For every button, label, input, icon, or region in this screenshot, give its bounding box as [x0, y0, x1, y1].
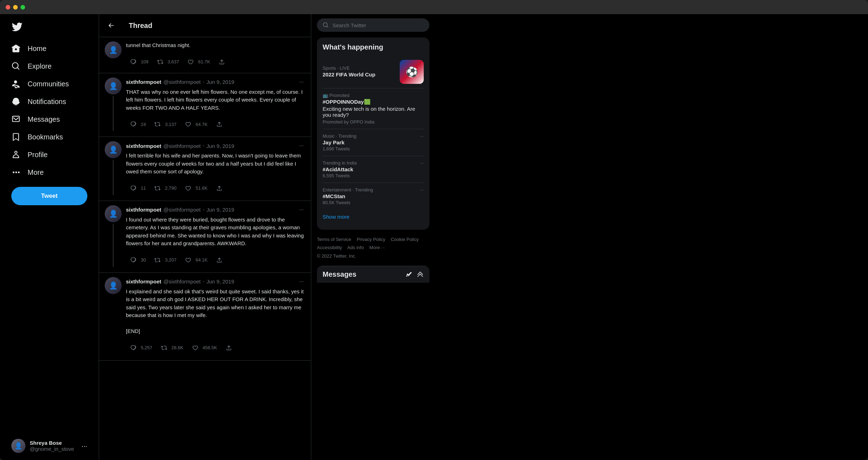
close-button[interactable]: [6, 5, 10, 10]
sidebar-item-communities[interactable]: Communities: [6, 75, 93, 93]
tweet-date: Jun 9, 2019: [207, 278, 234, 284]
sidebar-item-label-explore: Explore: [28, 62, 52, 70]
sidebar-item-notifications[interactable]: Notifications: [6, 93, 93, 110]
retweet-action[interactable]: 28.6K: [157, 340, 186, 356]
trending-item-jaypark[interactable]: Music · Trending ··· Jay Park 1,696 Twee…: [323, 129, 424, 156]
like-action[interactable]: 61.7K: [183, 54, 213, 70]
trending-item-oppo[interactable]: 📺 Promoted #OPPOINNODay🟩 Exciting new te…: [323, 88, 424, 129]
retweet-action[interactable]: 3,207: [150, 252, 179, 268]
retweet-action[interactable]: 3,637: [153, 54, 182, 70]
retweet-count: 3,207: [165, 257, 177, 263]
compose-message-icon[interactable]: [405, 271, 412, 278]
explore-icon: [11, 62, 21, 71]
reply-action[interactable]: 30: [126, 252, 149, 268]
fifa-image: ⚽: [400, 60, 424, 84]
tweet-item: 👤 sixthformpoet @sixthformpoet · Jun 9, …: [99, 73, 311, 137]
sidebar-item-home[interactable]: Home: [6, 40, 93, 57]
tweet-text: I felt terrible for his wife and her par…: [126, 152, 305, 176]
trending-tag: #AcidAttack: [323, 166, 424, 172]
privacy-link[interactable]: Privacy Policy: [357, 237, 385, 242]
reply-count: 109: [141, 59, 149, 64]
retweet-icon: [154, 257, 161, 263]
cookie-link[interactable]: Cookie Policy: [391, 237, 419, 242]
reply-count: 24: [141, 122, 146, 127]
avatar: 👤: [105, 141, 122, 158]
reply-action[interactable]: 11: [126, 180, 149, 196]
share-action[interactable]: [212, 116, 233, 132]
search-bar[interactable]: [317, 18, 429, 32]
sidebar-item-label-home: Home: [28, 45, 46, 53]
messages-bar: Messages: [317, 266, 429, 283]
minimize-button[interactable]: [13, 5, 18, 10]
messages-bar-title: Messages: [323, 270, 357, 278]
maximize-button[interactable]: [21, 5, 25, 10]
more-options-icon[interactable]: ···: [420, 187, 424, 192]
sidebar-item-messages[interactable]: Messages: [6, 110, 93, 128]
tweet-item: 👤 sixthformpoet @sixthformpoet · Jun 9, …: [99, 201, 311, 273]
tweet-more-button[interactable]: ···: [298, 77, 305, 87]
like-action[interactable]: 64.1K: [181, 252, 210, 268]
retweet-action[interactable]: 2,790: [150, 180, 179, 196]
sidebar-item-label-notifications: Notifications: [28, 98, 66, 106]
trending-tag: #MCStan: [323, 193, 424, 199]
reply-action[interactable]: 5,257: [126, 340, 155, 356]
communities-icon: [11, 79, 21, 88]
like-icon: [187, 59, 194, 65]
retweet-action[interactable]: 3,137: [150, 116, 179, 132]
share-icon: [216, 185, 222, 191]
back-button[interactable]: [105, 19, 117, 32]
reply-icon: [130, 185, 137, 191]
tweet-button[interactable]: Tweet: [11, 187, 87, 205]
like-count: 51.6K: [196, 185, 208, 191]
tweet-date: Jun 9, 2019: [207, 143, 234, 149]
tweet-more-button[interactable]: ···: [298, 141, 305, 150]
search-icon: [323, 22, 329, 28]
more-icon: [11, 168, 21, 177]
more-options-icon[interactable]: ···: [420, 133, 424, 139]
sidebar-item-explore[interactable]: Explore: [6, 57, 93, 75]
show-more-link[interactable]: Show more: [323, 209, 424, 224]
like-icon: [185, 121, 191, 127]
sidebar-item-more[interactable]: More: [6, 163, 93, 181]
trending-item-fifa[interactable]: Sports · LIVE 2022 FIFA World Cup ⚽: [323, 56, 424, 88]
trending-item-mcstan[interactable]: Entertainment · Trending ··· #MCStan 80.…: [323, 183, 424, 209]
trending-item-acidattack[interactable]: Trending in India ··· #AcidAttack 6,595 …: [323, 156, 424, 183]
more-footer-link[interactable]: More ···: [369, 245, 385, 250]
search-input[interactable]: [332, 22, 424, 28]
right-sidebar: What's happening Sports · LIVE 2022 FIFA…: [311, 14, 435, 460]
retweet-icon: [154, 185, 161, 191]
like-action[interactable]: 51.6K: [181, 180, 210, 196]
sidebar-item-bookmarks[interactable]: Bookmarks: [6, 128, 93, 146]
notifications-icon: [11, 97, 21, 106]
ads-link[interactable]: Ads info: [347, 245, 364, 250]
like-action[interactable]: 458.5K: [188, 340, 220, 356]
like-count: 458.5K: [203, 345, 217, 350]
terms-link[interactable]: Terms of Service: [317, 237, 351, 242]
sidebar-item-label-bookmarks: Bookmarks: [28, 133, 63, 141]
share-action[interactable]: [212, 180, 233, 196]
avatar: 👤: [105, 277, 122, 294]
reply-action[interactable]: 24: [126, 116, 149, 132]
tweet-more-button[interactable]: ···: [298, 205, 305, 214]
retweet-icon: [157, 59, 163, 65]
tweet-handle: @sixthformpoet: [163, 207, 201, 213]
share-action[interactable]: [212, 252, 233, 268]
reply-icon: [130, 121, 137, 127]
sidebar-item-profile[interactable]: Profile: [6, 146, 93, 163]
like-action[interactable]: 64.7K: [181, 116, 210, 132]
tweet-more-button[interactable]: ···: [298, 277, 305, 286]
sidebar-item-label-profile: Profile: [28, 151, 48, 159]
trending-count: 1,696 Tweets: [323, 146, 424, 151]
accessibility-link[interactable]: Accessibility: [317, 245, 342, 250]
messages-icon: [11, 115, 21, 124]
more-options-icon[interactable]: ···: [420, 160, 424, 166]
sidebar-user[interactable]: 👤 Shreya Bose @gnome_in_stove ···: [6, 435, 93, 457]
twitter-logo[interactable]: [6, 17, 93, 38]
retweet-icon: [154, 121, 161, 127]
share-action[interactable]: [214, 54, 236, 70]
collapse-messages-icon[interactable]: [417, 271, 424, 278]
whats-happening-panel: What's happening Sports · LIVE 2022 FIFA…: [317, 38, 429, 230]
share-action[interactable]: [221, 340, 243, 356]
reply-action[interactable]: 109: [126, 54, 151, 70]
tweet-text: I explained and she said ok that's weird…: [126, 288, 305, 335]
